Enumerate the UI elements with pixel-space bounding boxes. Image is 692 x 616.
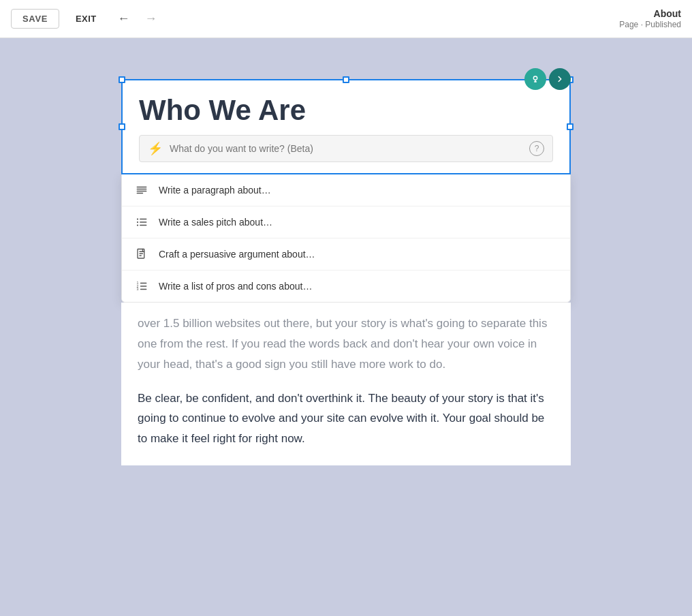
- handle-mid-left[interactable]: [119, 123, 125, 130]
- ai-help-button[interactable]: ?: [529, 141, 544, 156]
- save-button[interactable]: SAVE: [11, 9, 59, 29]
- suggestion-persuasive[interactable]: Craft a persuasive argument about…: [122, 238, 570, 271]
- block-actions: [524, 68, 571, 90]
- ai-prompt-input[interactable]: [170, 143, 529, 154]
- svg-point-12: [137, 225, 138, 226]
- document-icon: [134, 248, 149, 260]
- list-bullet-icon: [134, 216, 149, 228]
- ai-arrow-button[interactable]: [549, 68, 571, 90]
- svg-point-10: [137, 219, 138, 220]
- canvas: Who We Are ⚡ ? Write a paragr: [0, 38, 692, 616]
- ai-suggestions-dropdown: Write a paragraph about… Write a sales p…: [121, 174, 571, 303]
- selected-text-block[interactable]: Who We Are ⚡ ?: [121, 79, 571, 174]
- suggestion-pros-cons[interactable]: 1 2 3 Write a list of pros and cons abou…: [122, 271, 570, 302]
- topbar: SAVE EXIT ← → About Page · Published: [0, 0, 692, 38]
- suggestion-sales-pitch-label: Write a sales pitch about…: [159, 217, 272, 228]
- undo-redo-nav: ← →: [113, 8, 162, 30]
- handle-top-mid[interactable]: [343, 76, 349, 83]
- page-name: About: [619, 7, 681, 20]
- redo-button[interactable]: →: [140, 8, 162, 30]
- svg-point-0: [533, 76, 537, 80]
- body-para-faded: over 1.5 billion websites out there, but…: [138, 313, 554, 374]
- body-text-section: over 1.5 billion websites out there, but…: [121, 303, 571, 465]
- suggestion-sales-pitch[interactable]: Write a sales pitch about…: [122, 206, 570, 238]
- suggestion-paragraph[interactable]: Write a paragraph about…: [122, 174, 570, 206]
- svg-text:3: 3: [137, 287, 139, 291]
- page-status: Page · Published: [619, 20, 681, 31]
- handle-mid-right[interactable]: [567, 123, 573, 130]
- list-numbered-icon: 1 2 3: [134, 280, 149, 292]
- page-info: About Page · Published: [619, 7, 681, 31]
- ai-bolt-icon: ⚡: [148, 141, 163, 156]
- suggestion-persuasive-label: Craft a persuasive argument about…: [159, 249, 315, 260]
- svg-point-11: [137, 221, 138, 223]
- suggestion-paragraph-label: Write a paragraph about…: [159, 185, 271, 196]
- undo-button[interactable]: ←: [113, 8, 135, 30]
- suggestion-pros-cons-label: Write a list of pros and cons about…: [159, 281, 312, 292]
- paragraph-icon: [134, 184, 149, 196]
- handle-top-left[interactable]: [119, 76, 125, 83]
- body-para-2: Be clear, be confident, and don't overth…: [138, 388, 554, 449]
- ai-bulb-button[interactable]: [524, 68, 546, 90]
- exit-button[interactable]: EXIT: [67, 10, 104, 28]
- canvas-inner: Who We Are ⚡ ? Write a paragr: [121, 79, 571, 575]
- ai-prompt-bar[interactable]: ⚡ ?: [139, 135, 553, 162]
- block-title: Who We Are: [139, 94, 553, 127]
